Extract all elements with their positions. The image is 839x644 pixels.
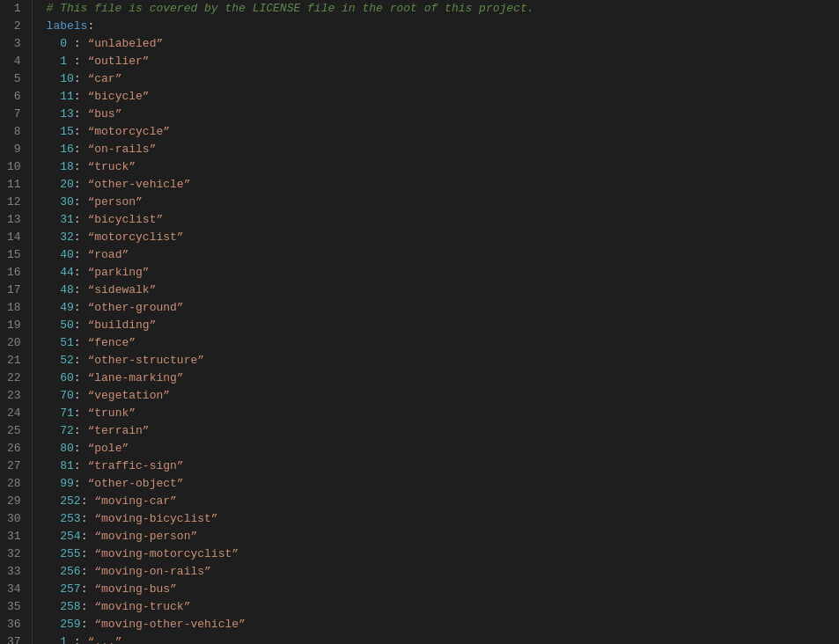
line-number: 33 (7, 563, 21, 581)
code-line: 11: “bicycle” (47, 88, 839, 106)
line-number: 37 (7, 633, 21, 644)
code-segment: “bicyclist” (87, 213, 163, 226)
line-number: 15 (7, 246, 21, 264)
code-segment: : (74, 213, 88, 226)
code-segment: “outlier” (87, 55, 149, 68)
code-line: 71: “trunk” (47, 405, 839, 422)
line-number: 26 (7, 440, 21, 457)
code-segment: 70 (47, 389, 74, 402)
code-line: 259: “moving-other-vehicle” (47, 616, 839, 633)
code-segment: “building” (87, 318, 156, 332)
code-line: 40: “road” (47, 246, 839, 264)
code-segment: 40 (47, 248, 74, 261)
code-segment: : (74, 266, 88, 279)
code-line: 44: “parking” (47, 264, 839, 282)
code-segment: : (74, 143, 88, 156)
code-line: 256: “moving-on-rails” (47, 563, 839, 581)
line-number: 12 (7, 194, 21, 211)
code-line: 51: “fence” (47, 334, 839, 352)
code-segment: “traffic-sign” (87, 459, 183, 472)
line-number: 2 (7, 18, 21, 35)
code-segment: 31 (47, 213, 74, 226)
code-segment: “person” (87, 195, 142, 209)
code-segment: : (74, 459, 88, 472)
code-segment: : (74, 37, 88, 50)
code-line: 20: “other-vehicle” (47, 176, 839, 194)
code-editor: 1234567891011121314151617181920212223242… (0, 0, 839, 644)
code-segment: : (74, 55, 88, 68)
code-segment: “vegetation” (87, 389, 170, 402)
line-number: 34 (7, 581, 21, 598)
code-segment: : (74, 336, 88, 349)
code-segment: 1 (47, 635, 74, 644)
code-segment: 48 (47, 283, 74, 296)
code-line: 49: “other-ground” (47, 299, 839, 317)
code-segment: 1 (47, 55, 74, 68)
code-segment: “unlabeled” (87, 37, 163, 50)
code-line: 253: “moving-bicyclist” (47, 510, 839, 528)
code-segment: “truck” (87, 160, 136, 173)
line-number: 30 (7, 510, 21, 528)
code-segment: 254 (47, 530, 81, 543)
code-line: labels: (47, 18, 839, 35)
line-number: 16 (7, 264, 21, 282)
code-content: # This file is covered by the LICENSE fi… (33, 0, 839, 644)
line-number: 31 (7, 528, 21, 545)
line-number: 27 (7, 457, 21, 475)
code-segment: 20 (47, 178, 74, 191)
code-segment: “motorcyclist” (87, 231, 183, 244)
code-line: 52: “other-structure” (47, 352, 839, 370)
code-segment: 99 (47, 477, 74, 490)
code-segment: “parking” (87, 266, 149, 279)
code-segment: “pole” (87, 442, 129, 455)
code-segment: “moving-other-vehicle” (94, 618, 246, 631)
line-number: 36 (7, 616, 21, 633)
code-segment: 10 (47, 72, 74, 85)
line-number: 4 (7, 53, 21, 70)
code-segment: 18 (47, 160, 74, 173)
code-segment: 256 (47, 565, 81, 578)
code-segment: “bicycle” (87, 90, 149, 103)
code-segment: : (74, 160, 88, 173)
code-segment: “...” (87, 635, 121, 644)
line-number: 3 (7, 35, 21, 53)
code-segment: : (74, 635, 88, 644)
code-line: 99: “other-object” (47, 475, 839, 493)
code-segment: “lane-marking” (87, 371, 183, 384)
line-number: 9 (7, 141, 21, 158)
code-segment: : (74, 389, 88, 402)
code-segment: : (74, 107, 88, 121)
code-segment: : (74, 301, 88, 314)
code-line: 80: “pole” (47, 440, 839, 457)
code-segment: “other-object” (87, 477, 183, 490)
line-number: 7 (7, 106, 21, 123)
code-segment: : (74, 477, 88, 490)
code-segment: “moving-bicyclist” (94, 512, 217, 525)
code-segment: “car” (87, 72, 121, 85)
code-segment: “on-rails” (87, 143, 156, 156)
code-segment: “road” (87, 248, 129, 261)
code-line: 72: “terrain” (47, 422, 839, 440)
line-number: 28 (7, 475, 21, 493)
code-segment: 255 (47, 547, 81, 560)
code-line: 30: “person” (47, 194, 839, 211)
line-number: 6 (7, 88, 21, 106)
code-segment: 252 (47, 494, 81, 508)
code-segment: 52 (47, 354, 74, 367)
code-line: 70: “vegetation” (47, 387, 839, 405)
code-segment: “fence” (87, 336, 136, 349)
code-line: 1 : “outlier” (47, 53, 839, 70)
line-number: 14 (7, 229, 21, 246)
code-segment: : (81, 530, 95, 543)
code-line: 50: “building” (47, 317, 839, 334)
line-number: 35 (7, 598, 21, 616)
code-line: 16: “on-rails” (47, 141, 839, 158)
line-numbers: 1234567891011121314151617181920212223242… (0, 0, 33, 644)
code-segment: : (74, 371, 88, 384)
line-number: 10 (7, 158, 21, 176)
code-segment: 72 (47, 424, 74, 437)
code-segment: “trunk” (87, 406, 136, 420)
code-segment: “bus” (87, 107, 121, 121)
code-line: 258: “moving-truck” (47, 598, 839, 616)
code-segment: : (74, 72, 88, 85)
